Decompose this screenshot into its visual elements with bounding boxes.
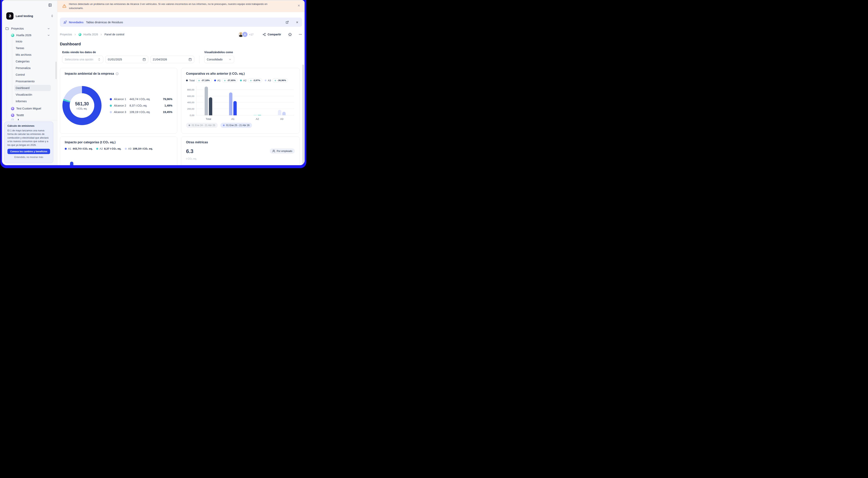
- external-link-icon[interactable]: [286, 21, 289, 24]
- filter-left-label: Estás viendo los datos de: [62, 51, 194, 54]
- bar-a1-prev[interactable]: [229, 93, 232, 115]
- bar-total-prev[interactable]: [205, 87, 208, 115]
- filter-group-data: Estás viendo los datos de Selecciona una…: [62, 51, 194, 63]
- date-from-input[interactable]: 01/01/2025: [105, 56, 148, 63]
- news-close-icon[interactable]: [296, 21, 299, 24]
- breadcrumb-huella-2026[interactable]: Huella 2026: [83, 33, 98, 36]
- people-count: +17: [249, 33, 253, 36]
- series-chip-previous[interactable]: 01 Ene 24 - 21 Abr 25: [186, 123, 218, 128]
- alert-triangle-icon: [62, 4, 66, 8]
- sidebar-item-huella-2026[interactable]: Huella 2026: [11, 32, 53, 38]
- legend-dot: [110, 111, 112, 113]
- avatar-workspace: ∂: [242, 31, 248, 37]
- sidebar-item-partial[interactable]: [11, 118, 53, 120]
- chevron-down-icon: [47, 27, 50, 30]
- impact-total-value: 561,30: [75, 101, 89, 106]
- y-tick-label: 200,00: [186, 107, 194, 110]
- view-as-select[interactable]: Consolidado: [204, 56, 234, 63]
- project-icon: [11, 118, 14, 120]
- categories-legend: A1443,74 t CO₂ eq.A28,37 t CO₂ eq.A3109,…: [65, 147, 172, 150]
- arrow-down-icon: [274, 79, 276, 82]
- impact-donut[interactable]: 561,30 t CO₂ eq.: [62, 86, 101, 125]
- avatar-group[interactable]: ∂ +17: [238, 31, 253, 37]
- series-chip-current[interactable]: 01 Ene 25 - 21 Abr 26: [220, 123, 252, 128]
- sidebar-item-mis-archivos[interactable]: Mis archivos: [14, 52, 51, 58]
- workspace-name: Land testing: [16, 14, 49, 18]
- delta-pill-a3: -36,96%: [272, 78, 288, 83]
- legend-dot: [189, 125, 190, 126]
- y-axis-line: [196, 86, 196, 115]
- rocket-icon: [63, 21, 67, 24]
- workspace-switcher[interactable]: ∂ Land testing: [6, 12, 54, 20]
- data-source-select[interactable]: Selecciona una opción: [62, 56, 103, 63]
- impact-total-unit: t CO₂ eq.: [77, 107, 87, 110]
- info-icon[interactable]: [116, 72, 119, 75]
- sidebar-scrollbar[interactable]: [56, 62, 57, 79]
- bar-total-curr[interactable]: [209, 97, 212, 115]
- sidebar-item-inicio[interactable]: Inicio: [14, 38, 51, 44]
- chevrons-up-down-icon: [98, 58, 101, 61]
- breadcrumb-panel-de-control: Panel de control: [104, 33, 124, 36]
- bar-a2-prev[interactable]: [253, 115, 257, 115]
- delta-pill-total: -37,18%: [196, 78, 212, 83]
- comparison-plot: 800,00600,00400,00200,000,00TotalA1A2A3: [186, 85, 295, 121]
- y-tick-label: 600,00: [186, 95, 194, 98]
- categories-legend-a2: A28,37 t CO₂ eq.: [96, 147, 121, 150]
- sidebar-item-procesamiento[interactable]: Procesamiento: [14, 78, 51, 85]
- project-icon: [79, 33, 82, 36]
- breadcrumb-row: Proyectos Huella 2026 Panel de control ∂…: [60, 31, 302, 37]
- legend-dot: [125, 148, 127, 150]
- sidebar-item-informes[interactable]: Informes: [14, 98, 51, 104]
- sidebar-item-tareas[interactable]: Tareas: [14, 45, 51, 51]
- news-bar: Novedades Tablas dinámicas de Residuos: [60, 18, 302, 27]
- date-to-input[interactable]: 21/04/2026: [150, 56, 194, 63]
- bar-a3-curr[interactable]: [282, 112, 286, 115]
- banner-close-icon[interactable]: [297, 4, 300, 7]
- comparison-legend-a1: A1-37,65%: [214, 78, 238, 83]
- categories-card: Impacto por categorías (t CO₂ eq.) A1443…: [60, 136, 177, 165]
- news-badge[interactable]: Novedades: [69, 21, 84, 24]
- x-tick-a1: A1: [225, 118, 241, 121]
- chevron-right-icon: [74, 33, 76, 36]
- impact-legend: Alcance 1443,74 t CO₂ eq.79,06%Alcance 2…: [110, 98, 172, 114]
- categories-bar-a1[interactable]: [70, 162, 73, 165]
- main-scrollbar[interactable]: [303, 65, 304, 164]
- sidebar-item-visualizacion[interactable]: Visualización: [14, 92, 51, 98]
- categories-legend-a3: A3109,19 t CO₂ eq.: [125, 147, 153, 150]
- sidebar-item-personaliza[interactable]: Personaliza: [14, 65, 51, 71]
- share-button[interactable]: Compartir: [262, 33, 281, 36]
- project-icon: [11, 34, 14, 37]
- sidebar-item-test-custom-miguel[interactable]: ∂Test Custom Miguel: [11, 105, 53, 112]
- y-tick-label: 800,00: [186, 88, 194, 91]
- filters-bar: Estás viendo los datos de Selecciona una…: [62, 51, 302, 63]
- bar-a3-prev[interactable]: [278, 110, 281, 115]
- bar-a1-curr[interactable]: [234, 101, 237, 115]
- y-tick-label: 400,00: [186, 101, 194, 104]
- more-options-icon[interactable]: [299, 33, 302, 36]
- favorite-star-icon[interactable]: [288, 33, 292, 36]
- per-employee-chip[interactable]: Por empleado: [270, 148, 295, 154]
- sidebar-collapse-icon[interactable]: [48, 3, 52, 7]
- chevron-down-icon: [228, 58, 231, 61]
- app-window: ∂ Land testing Proyectos Huella 2026 Ini…: [2, 0, 305, 165]
- sidebar-item-categorias[interactable]: Categorías: [14, 58, 51, 65]
- page-title: Dashboard: [60, 42, 302, 46]
- delta-pill-a1: -37,65%: [222, 78, 238, 83]
- promo-cta-button[interactable]: Conoce los cambios y beneficios: [7, 149, 50, 154]
- legend-dot: [265, 79, 267, 81]
- breadcrumb-proyectos[interactable]: Proyectos: [60, 33, 72, 36]
- x-tick-a2: A2: [250, 118, 265, 121]
- bar-a2-curr[interactable]: [258, 115, 261, 115]
- sidebar-item-control[interactable]: Control: [14, 71, 51, 78]
- top-actions: ∂ +17 Compartir: [238, 31, 302, 37]
- sidebar-item-proyectos[interactable]: Proyectos: [5, 26, 53, 31]
- impact-legend-row: Alcance 1443,74 t CO₂ eq.79,06%: [110, 98, 172, 101]
- impact-card-title: Impacto ambiental de la empresa: [65, 72, 114, 75]
- arrow-down-icon: [250, 79, 252, 82]
- main-content: Hemos detectado un problema con las emis…: [57, 0, 305, 165]
- promo-dismiss-link[interactable]: Entendido, no mostrar más: [7, 156, 50, 159]
- sidebar-item-testttt[interactable]: ∂Testttt: [11, 112, 53, 119]
- comparison-series-chips: 01 Ene 24 - 21 Abr 2501 Ene 25 - 21 Abr …: [186, 123, 295, 128]
- sidebar-item-dashboard[interactable]: Dashboard: [14, 85, 51, 91]
- gridline: [196, 96, 294, 96]
